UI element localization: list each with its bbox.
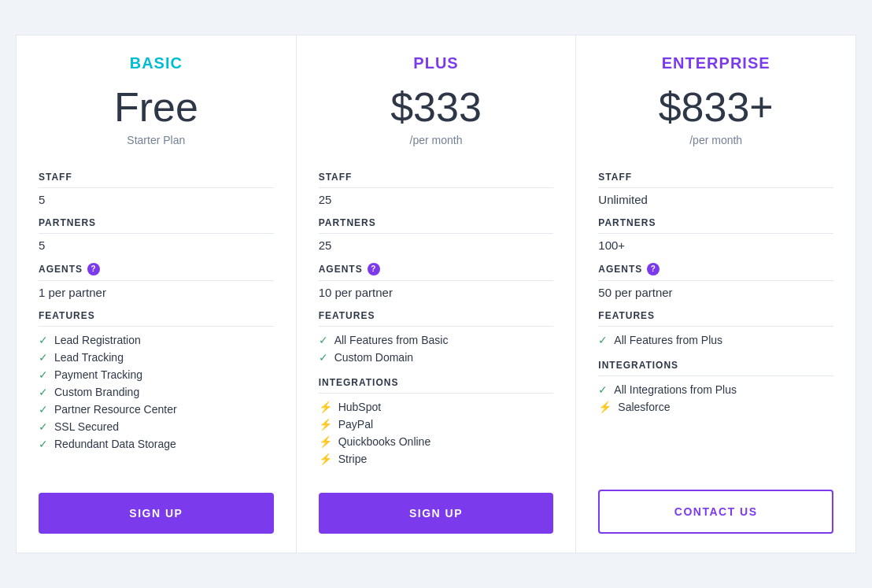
features-list-enterprise: ✓All Features from Plus	[598, 331, 833, 349]
partners-label-enterprise: PARTNERS	[598, 217, 833, 234]
feature-text: Payment Tracking	[54, 368, 142, 381]
feature-text: Redundant Data Storage	[54, 438, 176, 450]
integrations-list-plus: ⚡HubSpot⚡PayPal⚡Quickbooks Online⚡Stripe	[319, 398, 554, 468]
pricing-table: BASICFreeStarter PlanSTAFF5PARTNERS5AGEN…	[16, 35, 856, 553]
partners-label-basic: PARTNERS	[39, 217, 274, 234]
agents-label-basic: AGENTS?	[39, 263, 274, 281]
agents-label-plus: AGENTS?	[319, 263, 554, 281]
staff-value-basic: 5	[39, 193, 274, 206]
list-item: ⚡Quickbooks Online	[319, 433, 554, 450]
feature-text: Lead Registration	[54, 334, 141, 346]
plan-header-enterprise: ENTERPRISE$833+/per month	[598, 54, 833, 158]
agents-help-icon-enterprise[interactable]: ?	[647, 263, 660, 276]
plug-icon: ⚡	[598, 401, 612, 413]
plan-footer-basic: SIGN UP	[39, 493, 274, 534]
list-item: ✓All Features from Basic	[319, 331, 554, 349]
partners-value-plus: 25	[319, 239, 554, 252]
staff-label-basic: STAFF	[39, 172, 274, 188]
plan-header-plus: PLUS$333/per month	[319, 54, 554, 158]
check-icon: ✓	[39, 403, 48, 416]
list-item: ✓Lead Tracking	[39, 349, 274, 366]
feature-text: Custom Domain	[334, 351, 413, 364]
plan-price-sub-basic: Starter Plan	[39, 134, 274, 146]
plan-price-enterprise: $833+	[598, 85, 833, 130]
check-icon: ✓	[39, 368, 48, 381]
features-list-basic: ✓Lead Registration✓Lead Tracking✓Payment…	[39, 331, 274, 453]
plan-price-basic: Free	[39, 85, 274, 130]
plan-name-basic: BASIC	[39, 54, 274, 72]
plan-name-enterprise: ENTERPRISE	[598, 54, 833, 72]
list-item: ⚡PayPal	[319, 416, 554, 433]
plan-price-sub-enterprise: /per month	[598, 134, 833, 146]
integrations-list-enterprise: ✓All Integrations from Plus⚡Salesforce	[598, 381, 833, 416]
list-item: ✓Redundant Data Storage	[39, 435, 274, 453]
plan-footer-enterprise: CONTACT US	[598, 490, 833, 534]
list-item: ✓SSL Secured	[39, 418, 274, 435]
plug-icon: ⚡	[319, 418, 332, 431]
check-icon: ✓	[598, 383, 608, 396]
integration-text: Salesforce	[618, 401, 670, 413]
plan-card-plus: PLUS$333/per monthSTAFF25PARTNERS25AGENT…	[297, 35, 577, 553]
list-item: ✓Custom Branding	[39, 383, 274, 401]
feature-text: SSL Secured	[54, 420, 119, 433]
integration-text: HubSpot	[338, 401, 381, 413]
plus-button[interactable]: SIGN UP	[319, 493, 554, 534]
agents-help-icon-basic[interactable]: ?	[87, 263, 100, 276]
feature-text: Lead Tracking	[54, 351, 124, 364]
list-item: ⚡Salesforce	[598, 398, 833, 416]
check-icon: ✓	[39, 351, 48, 364]
check-icon: ✓	[39, 334, 48, 346]
check-icon: ✓	[39, 386, 48, 398]
plan-body-enterprise: STAFFUnlimitedPARTNERS100+AGENTS?50 per …	[598, 159, 833, 474]
list-item: ⚡Stripe	[319, 450, 554, 468]
plan-header-basic: BASICFreeStarter Plan	[39, 54, 274, 158]
check-icon: ✓	[598, 334, 608, 346]
plan-card-enterprise: ENTERPRISE$833+/per monthSTAFFUnlimitedP…	[576, 35, 856, 553]
plan-price-plus: $333	[319, 85, 554, 130]
plan-footer-plus: SIGN UP	[319, 493, 554, 534]
check-icon: ✓	[39, 420, 48, 433]
plan-name-plus: PLUS	[319, 54, 554, 72]
integrations-label-plus: INTEGRATIONS	[319, 377, 554, 394]
partners-value-basic: 5	[39, 239, 274, 252]
feature-text: Partner Resource Center	[54, 403, 177, 416]
partners-label-plus: PARTNERS	[319, 217, 554, 234]
partners-value-enterprise: 100+	[598, 239, 833, 252]
plan-body-plus: STAFF25PARTNERS25AGENTS?10 per partnerFE…	[319, 159, 554, 477]
list-item: ✓Partner Resource Center	[39, 401, 274, 418]
plan-card-basic: BASICFreeStarter PlanSTAFF5PARTNERS5AGEN…	[16, 35, 297, 553]
agents-value-plus: 10 per partner	[319, 286, 554, 299]
features-list-plus: ✓All Features from Basic✓Custom Domain	[319, 331, 554, 366]
integration-text: PayPal	[338, 418, 373, 431]
list-item: ✓Lead Registration	[39, 331, 274, 349]
agents-value-basic: 1 per partner	[39, 286, 274, 299]
staff-value-plus: 25	[319, 193, 554, 206]
check-icon: ✓	[319, 334, 328, 346]
agents-label-enterprise: AGENTS?	[598, 263, 833, 281]
plug-icon: ⚡	[319, 435, 332, 448]
features-label-plus: FEATURES	[319, 310, 554, 327]
plug-icon: ⚡	[319, 401, 332, 413]
features-label-basic: FEATURES	[39, 310, 274, 327]
agents-value-enterprise: 50 per partner	[598, 286, 833, 299]
enterprise-button[interactable]: CONTACT US	[598, 490, 833, 534]
feature-text: All Features from Plus	[614, 334, 722, 346]
staff-label-enterprise: STAFF	[598, 172, 833, 188]
integration-text: Quickbooks Online	[338, 435, 431, 448]
check-icon: ✓	[39, 438, 48, 450]
feature-text: Custom Branding	[54, 386, 139, 398]
integrations-label-enterprise: INTEGRATIONS	[598, 360, 833, 376]
staff-value-enterprise: Unlimited	[598, 193, 833, 206]
check-icon: ✓	[319, 351, 328, 364]
list-item: ✓All Integrations from Plus	[598, 381, 833, 398]
list-item: ✓All Features from Plus	[598, 331, 833, 349]
integration-text: Stripe	[338, 453, 368, 465]
list-item: ✓Custom Domain	[319, 349, 554, 366]
features-label-enterprise: FEATURES	[598, 310, 833, 327]
list-item: ⚡HubSpot	[319, 398, 554, 416]
basic-button[interactable]: SIGN UP	[39, 493, 274, 534]
integration-text: All Integrations from Plus	[614, 383, 737, 396]
agents-help-icon-plus[interactable]: ?	[368, 263, 380, 276]
plug-icon: ⚡	[319, 453, 332, 465]
plan-price-sub-plus: /per month	[319, 134, 554, 146]
